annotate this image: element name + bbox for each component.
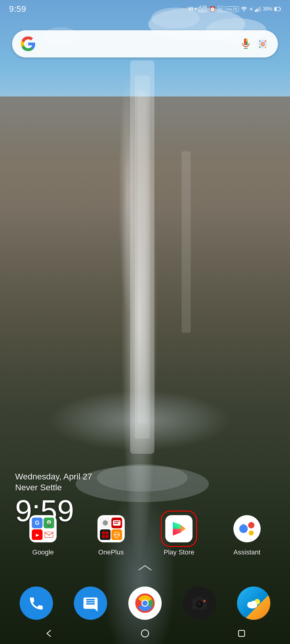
home-button[interactable]: [136, 624, 154, 642]
svg-text:⚙: ⚙: [103, 520, 107, 525]
alarm-icon: ⏰: [209, 6, 216, 12]
messages-dock-icon[interactable]: [74, 587, 107, 620]
svg-point-58: [242, 524, 245, 527]
phone-dock-icon[interactable]: [20, 587, 53, 620]
svg-rect-50: [102, 535, 105, 538]
svg-rect-23: [246, 42, 248, 45]
svg-point-74: [141, 630, 149, 637]
google-g-logo: [21, 36, 36, 51]
google-search-bar[interactable]: [12, 30, 278, 57]
assistant-app-label: Assistant: [233, 548, 260, 556]
svg-point-57: [249, 531, 254, 535]
svg-rect-6: [138, 91, 147, 423]
widget-date: Wednesday, April 27: [15, 472, 92, 482]
svg-rect-75: [239, 630, 245, 636]
google-app-label: Google: [32, 548, 54, 556]
google-app[interactable]: G 📍: [26, 512, 60, 556]
swipe-up-indicator[interactable]: [137, 563, 153, 574]
svg-point-73: [251, 601, 257, 607]
svg-point-62: [142, 600, 148, 606]
search-mic-icon[interactable]: [239, 37, 252, 51]
nfc-icon: N: [218, 6, 223, 12]
oneplus-app-icon[interactable]: ⚙: [94, 512, 128, 545]
signal-x-icon: ✕: [249, 6, 253, 12]
play-store-app-icon[interactable]: [162, 512, 196, 545]
camera-dock-icon[interactable]: [183, 587, 216, 620]
oneplus-app-label: OnePlus: [98, 548, 124, 556]
svg-rect-48: [102, 531, 105, 534]
svg-rect-17: [275, 8, 277, 11]
svg-rect-21: [244, 38, 246, 45]
chrome-dock-icon[interactable]: [128, 587, 162, 620]
assistant-app-icon[interactable]: [230, 512, 264, 545]
nav-bar: [0, 623, 290, 644]
status-bar: 9:59 VI • 4.58KB/S ⏰ N VoLTE ✕: [0, 0, 290, 18]
recents-button[interactable]: [232, 624, 251, 642]
carrier-icon: VI: [188, 6, 193, 12]
svg-rect-13: [258, 8, 259, 12]
svg-point-26: [262, 44, 264, 45]
oneplus-app[interactable]: ⚙: [94, 512, 128, 556]
svg-point-9: [97, 464, 188, 492]
notification-dot: •: [195, 6, 196, 12]
assistant-app[interactable]: Assistant: [230, 512, 264, 556]
svg-point-56: [248, 522, 254, 528]
svg-rect-7: [182, 151, 191, 333]
bottom-dock: [0, 587, 290, 620]
signal-bars-icon: [255, 6, 261, 12]
svg-rect-22: [246, 38, 248, 42]
wifi-icon: [241, 6, 247, 12]
battery-icon: [274, 7, 281, 11]
svg-rect-51: [105, 535, 108, 538]
widget-subtitle: Never Settle: [15, 483, 92, 492]
status-time: 9:59: [9, 4, 26, 14]
weather-dock-icon[interactable]: [237, 587, 270, 620]
svg-rect-12: [256, 9, 258, 12]
svg-rect-16: [280, 8, 281, 10]
svg-rect-47: [100, 529, 111, 540]
battery-percent: 39%: [263, 6, 272, 12]
app-icon-row: G 📍: [0, 512, 290, 556]
play-store-app[interactable]: Play Store: [162, 512, 196, 556]
google-app-icon[interactable]: G 📍: [26, 512, 60, 545]
svg-point-69: [203, 600, 205, 602]
google-lens-icon[interactable]: [256, 37, 269, 51]
svg-rect-38: [45, 532, 53, 537]
svg-text:📍: 📍: [47, 523, 51, 527]
svg-text:G: G: [35, 519, 39, 526]
svg-rect-45: [114, 521, 120, 522]
svg-rect-14: [259, 6, 261, 12]
play-store-app-label: Play Store: [164, 548, 195, 556]
data-speed: 4.58KB/S: [198, 5, 207, 14]
status-icons: VI • 4.58KB/S ⏰ N VoLTE ✕: [188, 5, 281, 14]
svg-rect-46: [114, 523, 118, 524]
volte-icon: VoLTE: [225, 6, 239, 12]
svg-point-10: [243, 11, 244, 12]
svg-rect-11: [255, 10, 256, 12]
svg-point-68: [198, 603, 199, 604]
svg-rect-49: [105, 531, 108, 534]
back-button[interactable]: [39, 624, 58, 642]
